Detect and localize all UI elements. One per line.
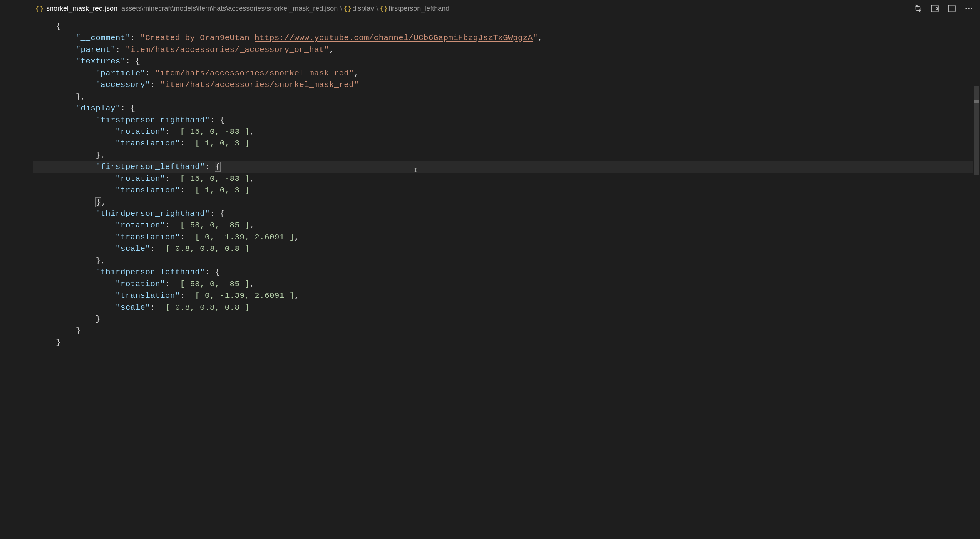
json-key: "translation" [116,186,180,195]
json-key: "thirdperson_righthand" [95,209,210,218]
json-array: [ 0.8, 0.8, 0.8 ] [165,303,250,312]
tab-actions [914,4,977,13]
breadcrumb-sep: \ [340,5,342,13]
tab-filename: snorkel_mask_red.json [46,5,117,13]
svg-point-7 [965,8,967,9]
minimap-scrollbar[interactable] [973,17,980,539]
editor-tab-bar: { } snorkel_mask_red.json assets\minecra… [33,0,980,17]
json-key: "scale" [116,303,150,312]
url-link[interactable]: https://www.youtube.com/channel/UCb6Gapm… [255,33,533,42]
json-key: "rotation" [116,174,165,183]
editor-main: { } snorkel_mask_red.json assets\minecra… [33,0,980,539]
json-array: [ 0, -1.39, 2.6091 ] [195,233,294,242]
svg-point-9 [971,8,972,9]
json-object-icon: { } [344,5,351,12]
editor-gutter [0,0,33,539]
json-key: "firstperson_lefthand" [95,162,205,171]
json-array: [ 58, 0, -85 ] [180,280,250,289]
json-key: "thirdperson_lefthand" [95,268,205,277]
json-file-icon: { } [36,5,43,13]
json-key: "firstperson_righthand" [95,116,210,125]
svg-point-0 [915,5,917,7]
breadcrumb-path: assets\minecraft\models\item\hats\access… [121,5,338,13]
json-key: "rotation" [116,221,165,230]
scrollbar-thumb[interactable] [974,86,979,175]
json-string: "item/hats/accessories/snorkel_mask_red" [155,69,354,78]
json-key: "parent" [76,45,116,54]
open-preview-icon[interactable] [931,4,939,13]
json-array: [ 1, 0, 3 ] [195,139,250,148]
json-key: "rotation" [116,280,165,289]
bracket-match-close: } [95,197,101,207]
breadcrumb-seg-lefthand: firstperson_lefthand [389,5,449,13]
compare-changes-icon[interactable] [914,4,922,13]
json-key: "rotation" [116,127,165,136]
more-actions-icon[interactable] [965,4,973,13]
breadcrumb-seg-display: display [352,5,374,13]
json-array: [ 0.8, 0.8, 0.8 ] [165,244,250,253]
json-string: "item/hats/accessories/snorkel_mask_red" [160,80,359,89]
bracket-match-open: { [215,162,221,172]
minimap-cursor-marker [974,100,979,103]
json-key: "translation" [116,291,180,300]
json-array: [ 0, -1.39, 2.6091 ] [195,291,294,300]
json-key: "translation" [116,233,180,242]
json-key: "textures" [76,57,126,66]
breadcrumb-sep: \ [376,5,378,13]
breadcrumb[interactable]: assets\minecraft\models\item\hats\access… [121,5,449,13]
split-editor-icon[interactable] [948,4,956,13]
json-string: "item/hats/accessories/_accessory_on_hat… [126,45,329,54]
text-cursor: I [414,166,414,176]
editor-tab[interactable]: { } snorkel_mask_red.json [36,5,117,13]
json-array: [ 58, 0, -85 ] [180,221,250,230]
json-key: "scale" [116,244,150,253]
json-string: " [533,33,538,42]
json-object-icon: { } [380,5,387,12]
json-key: "display" [76,104,121,113]
json-array: [ 15, 0, -83 ] [180,174,250,183]
json-key: "__comment" [76,33,131,42]
json-key: "translation" [116,139,180,148]
code-editor[interactable]: { "__comment": "Created by Oran9eUtan ht… [33,17,980,539]
svg-point-8 [968,8,970,9]
json-array: [ 15, 0, -83 ] [180,127,250,136]
json-array: [ 1, 0, 3 ] [195,186,250,195]
json-key: "accessory" [95,80,150,89]
json-string: "Created by Oran9eUtan [140,33,255,42]
json-key: "particle" [95,69,145,78]
